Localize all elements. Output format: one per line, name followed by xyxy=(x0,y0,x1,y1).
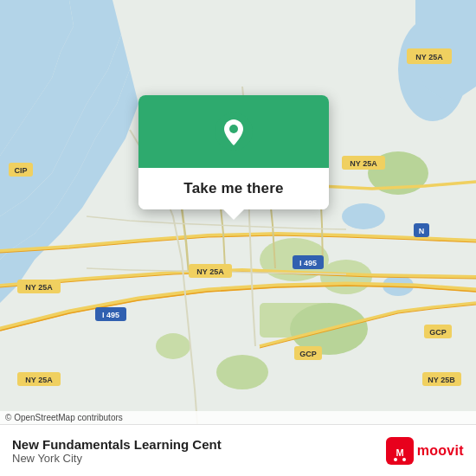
svg-text:GCP: GCP xyxy=(429,328,447,337)
svg-text:NY 25A: NY 25A xyxy=(350,159,377,168)
popup-top xyxy=(138,95,329,168)
svg-text:NY 25A: NY 25A xyxy=(25,376,53,384)
location-text: New Fundamentals Learning Cent New York … xyxy=(12,437,379,465)
location-pin-icon xyxy=(213,111,254,152)
popup-card: Take me there xyxy=(138,95,329,209)
moovit-icon: M xyxy=(386,437,414,465)
svg-text:GCP: GCP xyxy=(299,350,317,358)
svg-point-7 xyxy=(156,333,190,359)
take-me-button[interactable]: Take me there xyxy=(138,168,329,209)
svg-point-1 xyxy=(342,203,385,229)
svg-text:N: N xyxy=(419,227,425,235)
svg-point-10 xyxy=(216,355,268,389)
map-attribution: © OpenStreetMap contributors xyxy=(0,411,476,424)
svg-text:I 495: I 495 xyxy=(102,311,119,319)
svg-text:NY 25A: NY 25A xyxy=(25,283,53,292)
svg-point-40 xyxy=(402,458,406,461)
moovit-label: moovit xyxy=(417,443,464,459)
svg-point-36 xyxy=(229,125,238,133)
location-city: New York City xyxy=(12,452,379,465)
map-container: NY 25A NY 25A NY 25A NY 25A I 495 I 495 … xyxy=(0,0,476,424)
info-bar: New Fundamentals Learning Cent New York … xyxy=(0,424,476,476)
svg-text:NY 25B: NY 25B xyxy=(428,376,455,384)
svg-text:I 495: I 495 xyxy=(299,259,317,267)
svg-text:CIP: CIP xyxy=(14,166,27,175)
svg-text:M: M xyxy=(396,447,403,458)
svg-point-39 xyxy=(394,458,397,461)
moovit-logo: M moovit xyxy=(386,437,464,465)
svg-text:NY 25A: NY 25A xyxy=(196,267,224,276)
svg-text:NY 25A: NY 25A xyxy=(415,53,443,61)
location-name: New Fundamentals Learning Cent xyxy=(12,437,379,452)
